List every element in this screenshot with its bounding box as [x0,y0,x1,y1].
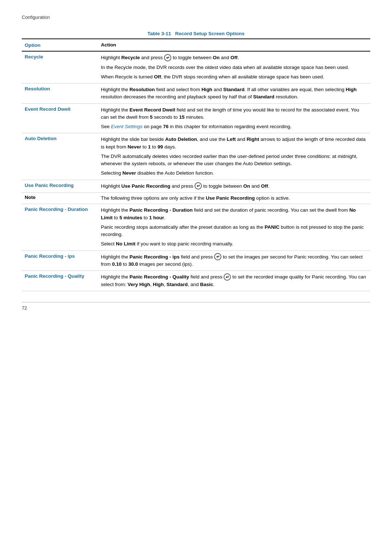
option-cell-event-record-dwell: Event Record Dwell [22,103,98,133]
enter-icon: ↵ [164,54,171,61]
option-cell-panic-recording-quality: Panic Recording - Quality [22,271,98,291]
page-footer: 72 [22,302,370,311]
note-label: Note [22,193,98,204]
action-cell-auto-deletion: Highlight the slide bar beside Auto Dele… [98,133,370,180]
table-row: Use Panic RecordingHighlight Use Panic R… [22,180,370,192]
option-cell-auto-deletion: Auto Deletion [22,133,98,180]
col-option-header: Option [22,39,98,51]
table-row: Panic Recording - ipsHighlight the Panic… [22,250,370,271]
event-settings-link[interactable]: Event Settings [111,124,143,129]
action-cell-resolution: Highlight the Resolution field and selec… [98,83,370,104]
option-cell-panic-recording-duration: Panic Recording - Duration [22,204,98,250]
table-row: Auto DeletionHighlight the slide bar bes… [22,133,370,180]
table-caption: Table 3-11 Record Setup Screen Options [22,31,370,36]
action-cell-panic-recording-quality: Highlight the Panic Recording - Quality … [98,271,370,291]
option-cell-recycle: Recycle [22,51,98,83]
action-cell-use-panic-recording: Highlight Use Panic Recording and press … [98,180,370,192]
record-setup-table: Option Action RecycleHighlight Recycle a… [22,38,370,291]
action-cell-panic-recording-duration: Highlight the Panic Recording - Duration… [98,204,370,250]
option-cell-resolution: Resolution [22,83,98,104]
table-row: ResolutionHighlight the Resolution field… [22,83,370,104]
table-row: Panic Recording - QualityHighlight the P… [22,271,370,291]
enter-icon: ↵ [214,253,221,260]
note-row: NoteThe following three options are only… [22,193,370,204]
table-row: Panic Recording - DurationHighlight the … [22,204,370,250]
option-cell-use-panic-recording: Use Panic Recording [22,180,98,192]
action-cell-event-record-dwell: Highlight the Event Record Dwell field a… [98,103,370,133]
option-cell-panic-recording-ips: Panic Recording - ips [22,250,98,271]
note-text: The following three options are only act… [98,193,370,204]
action-cell-panic-recording-ips: Highlight the Panic Recording - ips fiel… [98,250,370,271]
page-header: Configuration [22,15,370,20]
table-row: Event Record DwellHighlight the Event Re… [22,103,370,133]
enter-icon: ↵ [195,182,202,190]
col-action-header: Action [98,39,370,51]
table-row: RecycleHighlight Recycle and press ↵ to … [22,51,370,83]
action-cell-recycle: Highlight Recycle and press ↵ to toggle … [98,51,370,83]
enter-icon: ↵ [224,273,231,281]
